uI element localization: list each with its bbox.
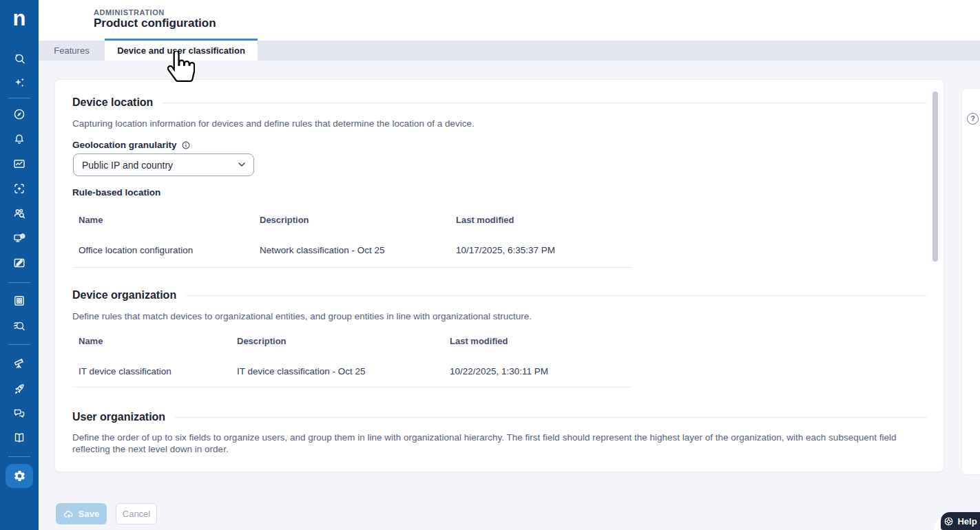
info-icon[interactable] — [181, 140, 191, 150]
sidebar-item-dashboards[interactable] — [12, 157, 26, 171]
sidebar: n — [0, 0, 39, 530]
vertical-scrollbar-thumb[interactable] — [932, 92, 938, 262]
cancel-button[interactable]: Cancel — [116, 503, 157, 524]
table2-row-last-modified: 10/22/2025, 1:30:11 PM — [450, 366, 548, 377]
lifebuoy-icon — [943, 516, 954, 527]
select-value: Public IP and country — [82, 160, 173, 171]
swirl-search-icon — [12, 319, 26, 333]
save-button[interactable]: Save — [56, 503, 107, 524]
geolocation-granularity-select[interactable]: Public IP and country — [73, 153, 254, 176]
sidebar-item-docs[interactable] — [12, 431, 26, 445]
table1-header-description[interactable]: Description — [260, 215, 309, 225]
section-title: User organization — [72, 411, 165, 423]
sidebar-item-investigate[interactable] — [12, 319, 26, 333]
table2-header-description[interactable]: Description — [237, 336, 286, 346]
sidebar-item-apps[interactable] — [12, 294, 26, 308]
book-icon — [12, 431, 26, 445]
sidebar-item-alerts[interactable] — [12, 132, 26, 146]
page-header: ADMINISTRATION Product configuration — [39, 0, 980, 41]
bell-icon — [12, 132, 26, 146]
table1-row-last-modified: 10/17/2025, 6:35:37 PM — [456, 245, 555, 255]
sidebar-divider — [8, 98, 30, 98]
section-title: Device location — [72, 96, 153, 109]
compass-icon — [12, 107, 26, 121]
rule-based-location-subheading: Rule-based location — [72, 187, 160, 198]
save-button-label: Save — [79, 509, 99, 519]
sidebar-item-insights[interactable] — [12, 357, 26, 370]
section-divider — [163, 103, 927, 103]
rocket-icon — [12, 382, 26, 396]
apps-grid-icon — [12, 294, 26, 308]
device-globe-icon — [12, 231, 26, 245]
table1-header-last-modified[interactable]: Last modified — [456, 215, 514, 225]
table1-row-description: Network classification - Oct 25 — [260, 245, 385, 255]
table2-header-name[interactable]: Name — [79, 336, 103, 346]
breadcrumb: ADMINISTRATION — [94, 8, 165, 17]
dashboard-icon — [12, 157, 26, 171]
sidebar-item-copilot[interactable] — [12, 76, 26, 89]
table-row-divider — [73, 267, 632, 268]
sidebar-item-getting-started[interactable] — [12, 382, 26, 396]
sidebar-divider — [8, 282, 30, 283]
geolocation-granularity-label: Geolocation granularity — [72, 140, 191, 150]
settings-gear-icon — [13, 469, 26, 483]
sidebar-item-devices[interactable] — [12, 231, 26, 245]
sidebar-item-policies[interactable] — [12, 256, 26, 270]
netskope-logo[interactable]: n — [0, 4, 39, 33]
page-title: Product configuration — [94, 17, 216, 30]
sparkles-icon — [12, 76, 26, 89]
device-location-description: Capturing location information for devic… — [72, 118, 928, 129]
sidebar-item-explore[interactable] — [12, 107, 26, 121]
help-button[interactable]: Help — [941, 512, 980, 530]
sidebar-divider — [8, 456, 30, 457]
section-title: Device organization — [72, 289, 176, 301]
device-location-section-header: Device location — [72, 96, 927, 109]
user-organization-description: Define the order of up to six fields to … — [72, 432, 928, 455]
section-divider — [186, 295, 927, 296]
user-organization-section-header: User organization — [72, 411, 927, 423]
sidebar-item-support-chat[interactable] — [12, 406, 26, 420]
section-divider — [175, 417, 927, 418]
sidebar-item-ai-search[interactable] — [12, 52, 26, 65]
tab-device-user-classification[interactable]: Device and user classification — [105, 39, 258, 61]
sidebar-item-user-search[interactable] — [12, 206, 26, 220]
device-organization-section-header: Device organization — [72, 289, 927, 301]
table-row-divider — [73, 387, 632, 388]
geolocation-granularity-text: Geolocation granularity — [72, 140, 177, 150]
cloud-upload-icon — [63, 509, 74, 519]
sidebar-divider — [8, 344, 30, 345]
help-button-label: Help — [957, 516, 977, 527]
tab-features[interactable]: Features — [39, 41, 105, 61]
help-question-icon[interactable]: ? — [967, 113, 979, 125]
settings-card: Device location Capturing location infor… — [54, 79, 944, 472]
chat-icon — [12, 406, 26, 420]
ai-search-icon — [12, 52, 26, 65]
table2-row-name[interactable]: IT device classification — [79, 366, 171, 377]
telescope-icon — [12, 357, 26, 370]
table2-row-description: IT device classification - Oct 25 — [237, 366, 366, 377]
help-side-panel — [961, 88, 980, 475]
user-search-icon — [12, 206, 26, 220]
table1-row-name[interactable]: Office location configuration — [79, 245, 193, 255]
scan-sparkle-icon — [12, 182, 26, 195]
table2-header-last-modified[interactable]: Last modified — [450, 336, 508, 346]
tab-bar: Features Device and user classification — [39, 41, 980, 61]
sidebar-item-settings-active[interactable] — [6, 464, 33, 488]
cancel-button-label: Cancel — [123, 509, 150, 519]
browser-edit-icon — [12, 256, 26, 270]
table1-header-name[interactable]: Name — [79, 215, 103, 225]
chevron-down-icon — [238, 162, 245, 167]
device-organization-description: Define rules that match devices to organ… — [72, 310, 928, 322]
sidebar-item-discovery[interactable] — [12, 182, 26, 195]
